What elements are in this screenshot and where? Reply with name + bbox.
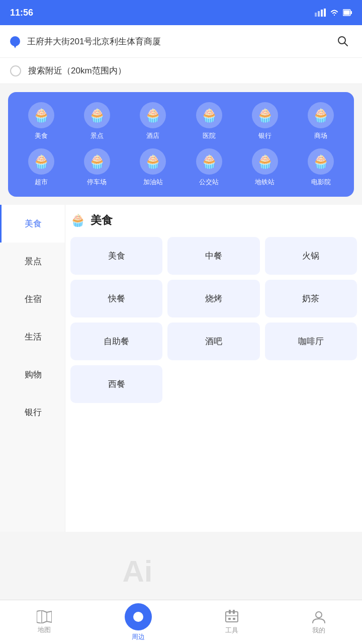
category-meishi[interactable]: 🧁 美食 xyxy=(13,102,69,140)
subcat-grid-2: 快餐 烧烤 奶茶 xyxy=(70,280,357,317)
svg-line-8 xyxy=(345,43,348,46)
battery-icon xyxy=(343,9,352,17)
svg-rect-3 xyxy=(324,9,326,17)
svg-rect-5 xyxy=(351,11,352,14)
subcat-xican[interactable]: 西餐 xyxy=(70,365,162,403)
shangchang-icon: 🧁 xyxy=(308,102,334,128)
category-gongjiaozhan[interactable]: 🧁 公交站 xyxy=(181,148,237,187)
ai-watermark: Ai xyxy=(88,543,187,600)
nav-zhoubian[interactable]: 周边 xyxy=(115,600,162,645)
search-icon xyxy=(337,35,349,47)
bottom-nav: 地图 周边 工具 我的 xyxy=(0,600,362,644)
category-yinhang[interactable]: 🧁 银行 xyxy=(237,102,293,140)
nav-ditu[interactable]: 地图 xyxy=(27,607,62,637)
nav-gongju[interactable]: 工具 xyxy=(215,607,249,638)
yinhang-label: 银行 xyxy=(258,131,272,140)
section-icon: 🧁 xyxy=(70,213,85,227)
sidebar-item-zhushu[interactable]: 住宿 xyxy=(0,280,65,318)
category-grid: 🧁 美食 🧁 景点 🧁 酒店 🧁 医院 🧁 银行 🧁 商场 🧁 超市 🧁 停车场… xyxy=(8,92,354,197)
right-content: 🧁 美食 美食 中餐 火锅 快餐 烧烤 奶茶 xyxy=(65,205,362,532)
nearby-dot-inner xyxy=(133,612,143,622)
section-title: 美食 xyxy=(90,213,113,228)
svg-rect-16 xyxy=(228,618,231,620)
meishi-label: 美食 xyxy=(35,131,48,140)
map-icon xyxy=(37,610,52,623)
category-dianyingyuan[interactable]: 🧁 电影院 xyxy=(293,148,349,187)
category-jiayouzhan[interactable]: 🧁 加油站 xyxy=(125,148,181,187)
category-jingdian[interactable]: 🧁 景点 xyxy=(69,102,125,140)
search-button[interactable] xyxy=(334,32,352,50)
nav-gongju-label: 工具 xyxy=(225,626,238,635)
subcat-kafei[interactable]: 咖啡厅 xyxy=(265,323,357,360)
category-ditiezhan[interactable]: 🧁 地铁站 xyxy=(237,148,293,187)
ditiezhan-label: 地铁站 xyxy=(255,178,275,187)
subcat-zizhufan[interactable]: 自助餐 xyxy=(70,323,162,360)
dianyingyuan-label: 电影院 xyxy=(311,178,331,187)
subcat-grid: 美食 中餐 火锅 xyxy=(70,237,357,275)
sidebar-item-shenghuo[interactable]: 生活 xyxy=(0,318,65,356)
sidebar-item-meishi[interactable]: 美食 xyxy=(0,205,65,243)
shangchang-label: 商场 xyxy=(314,131,327,140)
svg-rect-12 xyxy=(226,612,238,622)
nearby-label: 搜索附近（20km范围内） xyxy=(28,65,126,76)
subcat-shaokao[interactable]: 烧烤 xyxy=(167,280,259,317)
category-tingchechang[interactable]: 🧁 停车场 xyxy=(69,148,125,187)
nav-zhoubian-label: 周边 xyxy=(132,632,145,641)
jiudian-label: 酒店 xyxy=(146,131,159,140)
yinhang-icon: 🧁 xyxy=(252,102,278,128)
yiyuan-label: 医院 xyxy=(203,131,216,140)
meishi-icon: 🧁 xyxy=(28,102,54,128)
radio-button[interactable] xyxy=(10,65,21,76)
subcat-zhongcan[interactable]: 中餐 xyxy=(167,237,259,275)
sidebar-item-gouwu[interactable]: 购物 xyxy=(0,356,65,393)
jiudian-icon: 🧁 xyxy=(140,102,166,128)
subcat-huoguo[interactable]: 火锅 xyxy=(265,237,357,275)
subcat-jiuba[interactable]: 酒吧 xyxy=(167,323,259,360)
status-icons xyxy=(315,9,352,17)
profile-icon xyxy=(312,610,326,624)
jiayouzhan-icon: 🧁 xyxy=(140,148,166,175)
nav-ditu-label: 地图 xyxy=(38,625,51,634)
subcat-meishi[interactable]: 美食 xyxy=(70,237,162,275)
location-icon xyxy=(10,36,20,46)
nearby-toggle[interactable]: 搜索附近（20km范围内） xyxy=(0,58,362,84)
gongjiaozhan-label: 公交站 xyxy=(199,178,219,187)
category-yiyuan[interactable]: 🧁 医院 xyxy=(181,102,237,140)
svg-rect-1 xyxy=(318,11,320,17)
yiyuan-icon: 🧁 xyxy=(196,102,222,128)
category-chaoshi[interactable]: 🧁 超市 xyxy=(13,148,69,187)
sidebar-item-yinhang[interactable]: 银行 xyxy=(0,393,65,431)
signal-icon xyxy=(315,9,326,17)
subcat-grid-3: 自助餐 酒吧 咖啡厅 xyxy=(70,323,357,360)
sidebar-item-jingdian[interactable]: 景点 xyxy=(0,243,65,280)
status-time: 11:56 xyxy=(10,8,33,18)
svg-rect-17 xyxy=(233,618,235,620)
wifi-icon xyxy=(330,9,339,16)
section-header: 🧁 美食 xyxy=(70,213,357,228)
svg-rect-2 xyxy=(321,10,323,17)
tingchechang-label: 停车场 xyxy=(87,178,107,187)
nav-wode[interactable]: 我的 xyxy=(302,607,336,638)
svg-rect-13 xyxy=(229,610,231,614)
jingdian-icon: 🧁 xyxy=(84,102,110,128)
svg-point-18 xyxy=(316,612,322,618)
subcat-kuaican[interactable]: 快餐 xyxy=(70,280,162,317)
category-jiudian[interactable]: 🧁 酒店 xyxy=(125,102,181,140)
jingdian-label: 景点 xyxy=(90,131,104,140)
location-text: 王府井大街201号北京利生体育商厦 xyxy=(27,36,327,47)
left-sidebar: 美食 景点 住宿 生活 购物 银行 xyxy=(0,205,65,532)
nav-wode-label: 我的 xyxy=(312,626,325,635)
status-bar: 11:56 xyxy=(0,0,362,25)
nearby-dot xyxy=(125,603,152,630)
category-shangchang[interactable]: 🧁 商场 xyxy=(293,102,349,140)
chaoshi-label: 超市 xyxy=(35,178,48,187)
svg-rect-14 xyxy=(233,610,235,614)
svg-rect-0 xyxy=(315,13,317,17)
search-bar: 王府井大街201号北京利生体育商厦 xyxy=(0,25,362,58)
dianyingyuan-icon: 🧁 xyxy=(308,148,334,175)
svg-rect-6 xyxy=(344,11,350,15)
ditiezhan-icon: 🧁 xyxy=(252,148,278,175)
subcat-nacha[interactable]: 奶茶 xyxy=(265,280,357,317)
jiayouzhan-label: 加油站 xyxy=(143,178,163,187)
subcat-grid-4: 西餐 xyxy=(70,365,357,403)
